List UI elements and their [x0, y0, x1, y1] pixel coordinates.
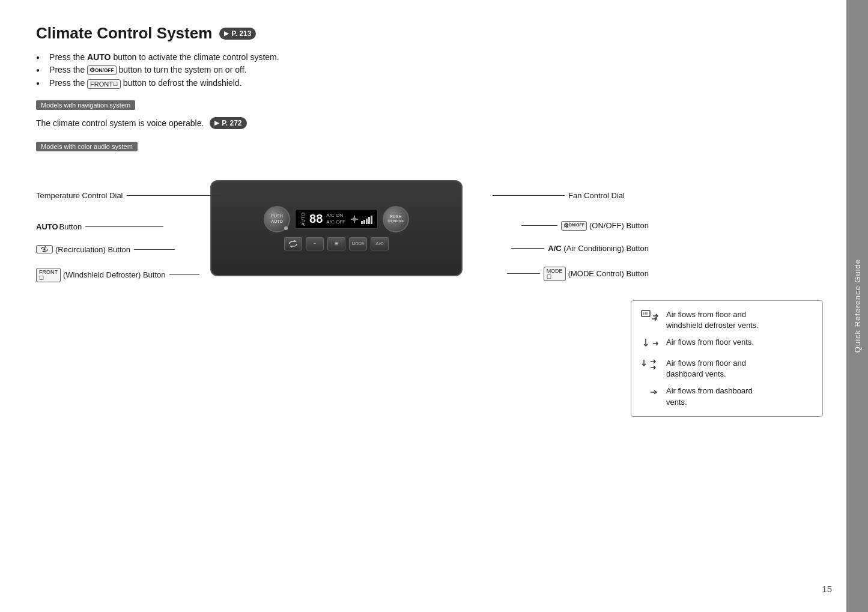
temp-dial-callout: Temperature Control Dial	[36, 191, 223, 200]
airflow-text-1: Air flows from floor andwindshield defro…	[666, 309, 759, 331]
nav-text: The climate control system is voice oper…	[36, 118, 204, 128]
bullet-item-3: Press the FRONT☐ button to defrost the w…	[36, 78, 835, 88]
front-inline-icon: FRONT☐	[87, 79, 121, 89]
nav-text-row: The climate control system is voice oper…	[36, 117, 835, 129]
auto-btn-callout: AUTO Button	[36, 222, 163, 231]
panel-top-row: PUSH AUTO AUTO 88 A/C ON A/C OFF	[221, 206, 452, 232]
recirc-icon-box	[36, 245, 53, 253]
temp-dial-label: Temperature Control Dial	[36, 191, 123, 200]
push-auto-label: PUSH	[271, 214, 283, 219]
airflow-svg-4	[641, 386, 659, 398]
auto-small-label: AUTO	[300, 213, 306, 226]
fan-bars	[361, 214, 372, 224]
fan-bar-2	[363, 220, 365, 224]
temp-dial-line	[127, 195, 223, 196]
btn-3: ⊞	[327, 237, 345, 250]
airflow-icon-3	[641, 359, 659, 373]
onoff-inline-icon: ⚙ON/OFF	[87, 65, 116, 75]
mode-btn-callout: MODE☐ (MODE Control) Button	[507, 267, 649, 281]
fan-dial-label: Fan Control Dial	[568, 191, 625, 200]
fan-bar-1	[361, 221, 363, 224]
fan-bar-4	[368, 217, 370, 224]
panel-display: AUTO 88 A/C ON A/C OFF	[295, 209, 378, 229]
left-dial: PUSH AUTO	[264, 206, 290, 232]
airflow-row-1: Air flows from floor andwindshield defro…	[641, 309, 813, 331]
main-content: Climate Control System P. 213 Press the …	[36, 24, 835, 420]
page-number: 15	[822, 584, 832, 594]
right-sidebar: Quick Reference Guide	[846, 0, 868, 612]
panel-buttons-row: − ⊞ MODE A/C	[221, 237, 452, 250]
mode-line	[507, 273, 540, 274]
airflow-text-2: Air flows from floor vents.	[666, 337, 754, 348]
onoff-label: ⚙ ON/OFF	[387, 219, 405, 223]
airflow-row-4: Air flows from dashboardvents.	[641, 386, 813, 407]
onoff-btn-label: (ON/OFF) Button	[589, 221, 649, 230]
bullet-item-2: Press the ⚙ON/OFF button to turn the sys…	[36, 65, 835, 75]
svg-point-1	[43, 248, 45, 250]
auto-bold: AUTO	[87, 52, 111, 62]
airflow-svg-2	[641, 338, 659, 350]
defroster-btn-callout: FRONT☐ (Windshield Defroster) Button	[36, 268, 199, 282]
fan-dial-callout: Fan Control Dial	[493, 191, 625, 200]
airflow-row-3: Air flows from floor anddashboard vents.	[641, 358, 813, 380]
recirc-btn-line	[134, 249, 175, 250]
fan-bar-5	[371, 216, 372, 224]
btn-mode: MODE	[349, 237, 367, 250]
recirc-btn-callout: (Recirculation) Button	[36, 245, 175, 254]
btn-ac: A/C	[371, 237, 389, 250]
airflow-svg-1	[641, 310, 659, 322]
recirc-btn-label: (Recirculation) Button	[55, 245, 130, 254]
ac-btn-callout: A/C (Air Conditioning) Button	[511, 244, 649, 253]
bullet-item-1: Press the AUTO button to activate the cl…	[36, 52, 835, 62]
color-section-badge: Models with color audio system	[36, 142, 138, 151]
nav-section: Models with navigation system The climat…	[36, 100, 835, 129]
svg-rect-2	[642, 311, 650, 317]
page-ref-badge: P. 213	[219, 28, 256, 40]
page-title-text: Climate Control System	[36, 24, 212, 43]
temp-display: 88	[309, 212, 323, 226]
defroster-btn-line	[169, 274, 199, 275]
fan-display	[349, 214, 372, 225]
auto-btn-bold: AUTO	[36, 222, 58, 231]
defroster-icon-box: FRONT☐	[36, 268, 61, 282]
ac-off-label: A/C OFF	[326, 219, 345, 225]
airflow-text-4: Air flows from dashboardvents.	[666, 386, 753, 407]
auto-btn-suffix: Button	[59, 222, 82, 231]
push-label-right: PUSH	[387, 214, 405, 219]
airflow-icon-4	[641, 386, 659, 401]
defroster-btn-label: (Windshield Defroster) Button	[63, 270, 166, 279]
color-section: Models with color audio system	[36, 141, 835, 156]
btn-recirc	[284, 237, 302, 250]
recirc-label-icon	[40, 246, 49, 252]
svg-point-0	[353, 217, 356, 221]
airflow-box: Air flows from floor andwindshield defro…	[631, 300, 823, 417]
ac-labels: A/C ON A/C OFF	[326, 213, 345, 225]
diagram-area: PUSH AUTO AUTO 88 A/C ON A/C OFF	[36, 168, 835, 420]
sidebar-label: Quick Reference Guide	[853, 259, 862, 353]
airflow-icon-2	[641, 338, 659, 352]
nav-section-badge: Models with navigation system	[36, 100, 135, 110]
airflow-text-3: Air flows from floor anddashboard vents.	[666, 358, 746, 380]
ac-line	[511, 248, 544, 249]
ac-on-label: A/C ON	[326, 213, 345, 219]
auto-label-panel: AUTO	[271, 219, 283, 224]
onoff-btn-callout: ⚙ON/OFF (ON/OFF) Button	[521, 221, 649, 231]
auto-btn-line	[85, 226, 163, 227]
control-panel: PUSH AUTO AUTO 88 A/C ON A/C OFF	[210, 180, 463, 276]
onoff-badge-callout: ⚙ON/OFF	[561, 221, 587, 231]
fan-icon	[349, 214, 360, 225]
btn-2: −	[306, 237, 324, 250]
fan-bar-3	[366, 219, 368, 224]
mode-btn-label: (MODE Control) Button	[568, 269, 649, 278]
onoff-line	[521, 225, 557, 226]
nav-ref-badge: P. 272	[210, 117, 246, 129]
right-dial: PUSH ⚙ ON/OFF	[383, 206, 409, 232]
airflow-row-2: Air flows from floor vents.	[641, 337, 813, 352]
recirc-icon	[288, 240, 298, 247]
fan-dial-line	[493, 195, 565, 196]
bullet-list: Press the AUTO button to activate the cl…	[36, 52, 835, 89]
mode-icon-box: MODE☐	[544, 267, 566, 281]
ac-btn-label: A/C (Air Conditioning) Button	[548, 244, 649, 253]
airflow-svg-3	[641, 359, 659, 371]
airflow-icon-1	[641, 310, 659, 324]
